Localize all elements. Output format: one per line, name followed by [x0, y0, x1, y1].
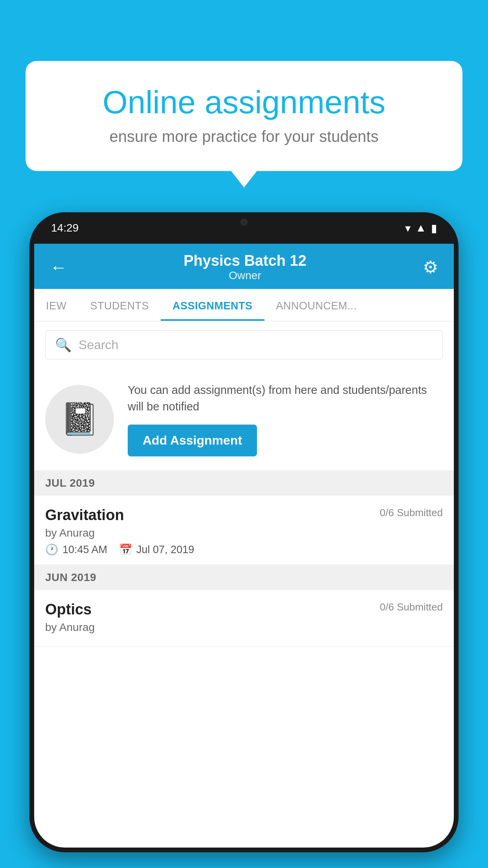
tab-announcements[interactable]: ANNOUNCEM...: [264, 289, 369, 321]
search-input-wrapper[interactable]: 🔍 Search: [45, 330, 443, 359]
clock-icon: 🕐: [45, 543, 59, 556]
header-title: Physics Batch 12: [67, 252, 423, 269]
assignment-date-gravitation: 📅 Jul 07, 2019: [119, 543, 194, 556]
phone-device: 14:29 ▾ ▲ ▮ ← Physics Batch 12 Owner ⚙ I…: [29, 212, 459, 852]
calendar-icon: 📅: [119, 543, 132, 556]
tabs-bar: IEW STUDENTS ASSIGNMENTS ANNOUNCEM...: [34, 289, 454, 322]
assignment-meta-gravitation: 🕐 10:45 AM 📅 Jul 07, 2019: [45, 543, 443, 556]
assignment-by-optics: by Anurag: [45, 621, 443, 634]
bubble-title: Online assignments: [53, 85, 435, 120]
speech-bubble: Online assignments ensure more practice …: [26, 61, 462, 171]
assignment-time-gravitation: 🕐 10:45 AM: [45, 543, 107, 556]
status-bar: 14:29 ▾ ▲ ▮: [29, 212, 459, 244]
assignment-item-optics[interactable]: Optics 0/6 Submitted by Anurag: [34, 590, 454, 647]
status-time: 14:29: [51, 222, 79, 234]
assignment-item-gravitation[interactable]: Gravitation 0/6 Submitted by Anurag 🕐 10…: [34, 496, 454, 565]
section-header-jun: JUN 2019: [34, 565, 454, 590]
wifi-icon: ▾: [405, 222, 411, 235]
signal-icon: ▲: [415, 222, 426, 234]
header-title-block: Physics Batch 12 Owner: [67, 252, 423, 282]
section-header-jul: JUL 2019: [34, 471, 454, 496]
battery-icon: ▮: [431, 222, 437, 235]
assignment-icon-circle: 📓: [45, 385, 114, 454]
assignment-name-gravitation: Gravitation: [45, 507, 124, 524]
assignment-by-gravitation: by Anurag: [45, 527, 443, 539]
tab-students[interactable]: STUDENTS: [79, 289, 161, 321]
settings-icon[interactable]: ⚙: [423, 257, 438, 277]
assignment-row1-optics: Optics 0/6 Submitted: [45, 601, 443, 618]
app-header: ← Physics Batch 12 Owner ⚙: [34, 244, 454, 289]
add-assignment-area: 📓 You can add assignment(s) from here an…: [34, 368, 454, 471]
phone-screen: ← Physics Batch 12 Owner ⚙ IEW STUDENTS …: [34, 244, 454, 848]
header-subtitle: Owner: [67, 269, 423, 282]
notch: [218, 212, 270, 232]
tab-iew[interactable]: IEW: [34, 289, 79, 321]
notebook-icon: 📓: [60, 401, 99, 438]
status-icons: ▾ ▲ ▮: [405, 222, 437, 235]
add-assignment-button[interactable]: Add Assignment: [128, 425, 257, 456]
add-assignment-description: You can add assignment(s) from here and …: [128, 382, 443, 415]
search-bar: 🔍 Search: [34, 322, 454, 368]
speech-bubble-container: Online assignments ensure more practice …: [26, 61, 462, 171]
bubble-subtitle: ensure more practice for your students: [53, 128, 435, 145]
assignment-submitted-gravitation: 0/6 Submitted: [380, 507, 443, 519]
search-icon: 🔍: [55, 337, 72, 353]
camera-dot: [240, 219, 248, 226]
search-placeholder: Search: [79, 338, 118, 352]
add-assignment-content: You can add assignment(s) from here and …: [128, 382, 443, 456]
assignment-row1: Gravitation 0/6 Submitted: [45, 507, 443, 524]
assignment-name-optics: Optics: [45, 601, 92, 618]
assignment-submitted-optics: 0/6 Submitted: [380, 601, 443, 613]
tab-assignments[interactable]: ASSIGNMENTS: [161, 289, 264, 321]
back-button[interactable]: ←: [50, 257, 67, 277]
